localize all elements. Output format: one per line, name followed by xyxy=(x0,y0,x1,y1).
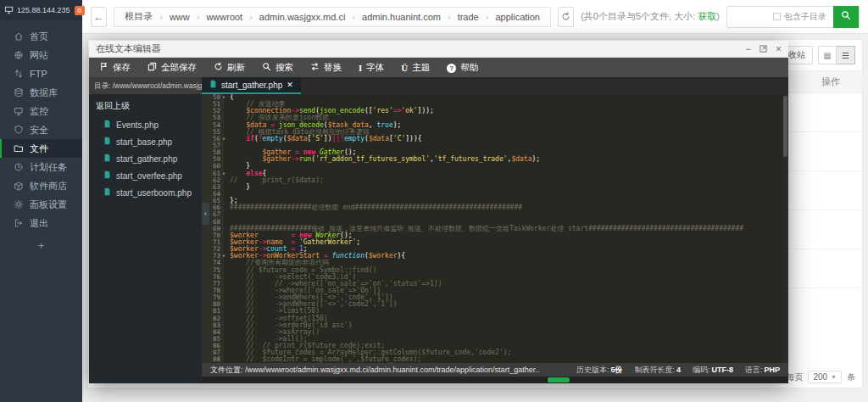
store-icon xyxy=(14,181,24,191)
grid-view-button[interactable]: ▦ xyxy=(818,46,837,64)
sidebar: 125.88.144.235 0 首页网站FTP数据库监控安全文件计划任务软件商… xyxy=(0,0,82,402)
breadcrumb-item[interactable]: trade xyxy=(451,12,486,22)
font-icon: I xyxy=(359,63,362,73)
window-controls: − × xyxy=(745,44,782,54)
checkbox-icon[interactable] xyxy=(773,13,781,20)
file-icon xyxy=(103,137,111,147)
database-icon xyxy=(14,87,24,98)
tree-file-list: Events.phpstart_base.phpstart_gather.php… xyxy=(89,116,202,201)
sidebar-item-security[interactable]: 安全 xyxy=(0,120,82,139)
tab-start-gather[interactable]: start_gather.php ✕ xyxy=(202,77,301,94)
modal-title: 在线文本编辑器 xyxy=(96,42,161,55)
modal-titlebar: 在线文本编辑器 − × xyxy=(89,41,788,58)
toolbar-search-button[interactable]: 搜索 xyxy=(262,62,293,74)
list-view-button[interactable]: ☰ xyxy=(837,46,855,64)
tree-file-item[interactable]: start_base.php xyxy=(89,133,202,150)
file-icon xyxy=(103,170,111,181)
code-line: 88 // $codeIntr = implode(',',$future_co… xyxy=(202,356,788,363)
code-line: 60 } xyxy=(202,163,788,170)
minimize-button[interactable]: − xyxy=(745,44,751,54)
tab-close-icon[interactable]: ✕ xyxy=(287,81,293,89)
close-icon[interactable]: × xyxy=(776,44,782,54)
file-manager-toolbar: ← 根目录›www›wwwroot›admin.wasjgxx.md.ci›ad… xyxy=(82,0,868,34)
tree-file-item[interactable]: start_overfee.php xyxy=(89,167,202,184)
sidebar-item-site[interactable]: 网站 xyxy=(0,46,82,64)
search-icon xyxy=(262,62,271,73)
folder-icon xyxy=(14,143,24,154)
sidebar-item-database[interactable]: 数据库 xyxy=(0,83,82,102)
get-size-link[interactable]: 获取 xyxy=(698,11,716,21)
status-item: 制表符长度:4 xyxy=(634,365,681,376)
per-page-select[interactable]: 200▼ xyxy=(808,371,842,383)
toolbar-theme-button[interactable]: Ü主题 xyxy=(401,62,430,74)
breadcrumb-item[interactable]: admin.huanint.com xyxy=(355,12,448,22)
view-toggle: ▦ ☰ xyxy=(818,46,855,64)
toolbar-save-all-button[interactable]: 全部保存 xyxy=(147,62,197,74)
flag-icon xyxy=(99,62,108,73)
refresh-button[interactable] xyxy=(558,7,574,27)
collapse-tree-handle[interactable]: ‹ xyxy=(202,203,209,225)
editor-column: start_gather.php ✕ 50▾{51 // 发送结果52 $con… xyxy=(202,77,788,383)
fold-arrow-icon[interactable]: ▾ xyxy=(222,94,225,101)
status-item: 历史版本:5份 xyxy=(576,365,623,376)
vertical-scrollbar-thumb[interactable] xyxy=(783,96,787,157)
toolbar-flag-button[interactable]: 保存 xyxy=(99,62,131,74)
code-line: 66####################处理数据 end##########… xyxy=(202,204,788,211)
code-line: 64 xyxy=(202,191,788,198)
fold-arrow-icon[interactable]: ▾ xyxy=(222,170,225,177)
fold-arrow-icon[interactable]: ▾ xyxy=(222,136,225,142)
content-area: 回收站 ▦ ☰ 操作 数据 每页 200▼ 条 xyxy=(82,34,868,402)
shield-icon xyxy=(14,125,24,135)
sidebar-item-cron[interactable]: 计划任务 xyxy=(0,158,82,176)
back-button[interactable]: ← xyxy=(91,7,107,27)
toolbar-help-button[interactable]: ?帮助 xyxy=(447,62,478,74)
sidebar-item-monitor[interactable]: 监控 xyxy=(0,102,82,120)
home-icon xyxy=(14,31,24,42)
sidebar-item-files[interactable]: 文件 xyxy=(0,139,82,158)
sidebar-item-store[interactable]: 软件商店 xyxy=(0,176,82,195)
breadcrumb-item[interactable]: application xyxy=(488,12,547,22)
ftp-icon xyxy=(14,69,24,79)
server-ip: 125.88.144.235 xyxy=(17,6,70,14)
status-item: 编码:UTF-8 xyxy=(693,365,733,376)
code-line: 50▾{ xyxy=(202,94,788,101)
breadcrumb-item[interactable]: www xyxy=(163,12,197,22)
gear-icon xyxy=(14,199,24,209)
column-operations: 操作 xyxy=(821,75,840,88)
fold-arrow-icon[interactable]: ▾ xyxy=(222,253,225,260)
tab-bar: start_gather.php ✕ xyxy=(202,77,788,94)
file-location: 文件位置: /www/wwwroot/admin.wasjgxx.md.ci/a… xyxy=(210,365,565,376)
sidebar-item-ftp[interactable]: FTP xyxy=(0,64,82,83)
maximize-button[interactable] xyxy=(760,45,767,53)
editor-toolbar: 保存全部保存刷新搜索替换I字体Ü主题?帮助 xyxy=(89,58,788,77)
breadcrumb-item[interactable]: admin.wasjgxx.md.ci xyxy=(253,12,352,22)
sidebar-item-home[interactable]: 首页 xyxy=(0,27,82,46)
site-icon xyxy=(14,50,24,60)
sidebar-item-label: 软件商店 xyxy=(30,180,67,193)
sidebar-item-label: 退出 xyxy=(30,217,48,230)
horizontal-scrollbar-thumb[interactable] xyxy=(548,377,570,382)
file-icon xyxy=(103,187,111,198)
breadcrumb-item[interactable]: wwwroot xyxy=(199,12,249,22)
search-button[interactable] xyxy=(833,6,859,28)
include-subdir-toggle[interactable]: 包含子目录 xyxy=(771,11,833,23)
tree-file-item[interactable]: start_gather.php xyxy=(89,150,202,167)
tree-file-item[interactable]: Events.php xyxy=(89,116,202,133)
tree-up-item[interactable]: 返回上级 xyxy=(89,94,202,116)
tree-file-item[interactable]: start_userboom.php xyxy=(89,184,202,201)
breadcrumb-item[interactable]: 根目录 xyxy=(118,10,159,23)
sidebar-item-label: 首页 xyxy=(30,31,48,43)
toolbar-font-button[interactable]: I字体 xyxy=(359,62,384,74)
sidebar-item-logout[interactable]: 退出 xyxy=(0,214,82,232)
sidebar-menu: 首页网站FTP数据库监控安全文件计划任务软件商店面板设置退出 xyxy=(0,20,82,232)
server-header[interactable]: 125.88.144.235 0 xyxy=(0,0,82,20)
sidebar-item-settings[interactable]: 面板设置 xyxy=(0,195,82,214)
bt-panel-screen: 125.88.144.235 0 首页网站FTP数据库监控安全文件计划任务软件商… xyxy=(0,0,868,402)
toolbar-refresh-button[interactable]: 刷新 xyxy=(214,62,245,74)
message-badge[interactable]: 0 xyxy=(75,6,85,15)
sidebar-add-button[interactable]: + xyxy=(0,239,82,252)
search-input[interactable] xyxy=(727,8,771,26)
code-editor[interactable]: 50▾{51 // 发送结果52 $connection->send(json_… xyxy=(202,94,788,363)
toolbar-replace-button[interactable]: 替换 xyxy=(310,62,342,74)
file-icon xyxy=(103,154,111,164)
